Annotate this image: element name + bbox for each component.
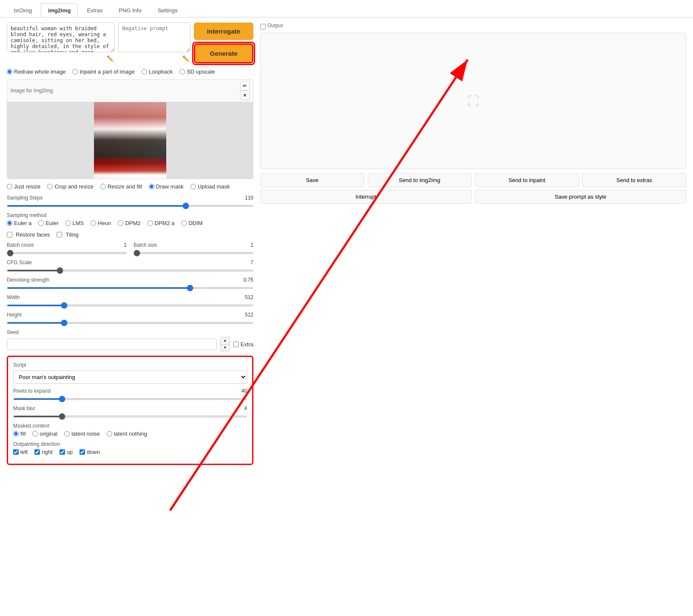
tab-pnginfo[interactable]: PNG Info [111,3,148,17]
mode-sdupscale[interactable]: SD upscale [179,68,215,75]
neg-paste-icon[interactable]: ✏️ [182,54,190,63]
resize-draw-mask[interactable]: Draw mask [149,183,184,190]
mode-radio-group: Redraw whole image Inpaint a part of ima… [7,68,253,75]
batch-count-col: Batch count 1 [7,242,127,255]
output-checkbox[interactable] [260,24,266,29]
tab-txt2img[interactable]: txt2img [7,3,39,17]
send-img2img-button[interactable]: Send to img2img [368,173,472,187]
image-section-label: Image for img2img [11,88,53,94]
width-row: Width 512 [7,294,253,308]
mode-loopback[interactable]: Loopback [142,68,173,75]
mask-blur-slider[interactable] [13,416,247,417]
height-slider[interactable] [7,322,253,324]
cfg-scale-label: CFG Scale [7,260,32,265]
tab-settings[interactable]: Settings [151,3,185,17]
dir-left[interactable]: left [13,449,28,455]
resize-upload-mask[interactable]: Upload mask [190,183,230,190]
method-lms[interactable]: LMS [65,220,84,226]
interrupt-button[interactable]: Interrupt [260,190,471,204]
method-dpm2a[interactable]: DPM2 a [148,220,175,226]
method-ddim[interactable]: DDIM [181,220,202,226]
batch-count-value: 1 [124,242,127,248]
dir-up[interactable]: up [60,449,73,455]
pixels-expand-slider[interactable] [13,398,247,400]
cfg-scale-slider[interactable] [7,270,253,271]
mask-blur-value: 4 [244,405,247,411]
output-label: Output [267,23,283,29]
content-latent-nothing[interactable]: latent nothing [107,431,147,437]
batch-size-col: Batch size 1 [133,242,253,255]
save-button[interactable]: Save [260,173,364,187]
tiling-check[interactable]: Tiling [57,231,79,238]
sampling-steps-value: 110 [245,195,253,201]
dir-down[interactable]: down [80,449,100,455]
outpainting-direction-group: left right up down [13,449,247,455]
generate-button[interactable]: Generate [194,43,253,63]
interrogate-button[interactable]: Interrogate [194,23,253,40]
image-section-header: Image for img2img ✏ ✕ [7,80,253,102]
output-canvas: ⛶ [260,33,686,169]
seed-label: Seed [7,329,253,335]
positive-prompt[interactable]: beautiful woman with braided blond hair,… [7,23,115,52]
send-inpaint-button[interactable]: Send to inpaint [475,173,579,187]
method-dpm2[interactable]: DPM2 [118,220,140,226]
edit-image-btn[interactable]: ✏ [240,81,250,91]
paste-icon[interactable]: ✏️ [106,54,115,63]
batch-count-label: Batch count [7,242,34,248]
script-section: Script Poor man's outpainting Pixels to … [7,356,253,465]
denoising-slider[interactable] [7,287,253,289]
tabs-bar: txt2img img2img Extras PNG Info Settings [0,0,693,17]
seed-extra-check[interactable]: Extra [233,341,253,348]
resize-crop[interactable]: Crop and resize [47,183,94,190]
dir-right[interactable]: right [34,449,52,455]
main-content: beautiful woman with braided blond hair,… [0,17,693,470]
resize-just[interactable]: Just resize [7,183,40,190]
masked-content-section: Masked content fill original latent nois… [13,423,247,437]
uploaded-image [94,102,166,179]
masked-content-group: fill original latent noise latent nothin… [13,431,247,437]
outpainting-direction-section: Outpainting direction left right up do [13,441,247,455]
resize-fill[interactable]: Resize and fill [100,183,142,190]
content-latent-noise[interactable]: latent noise [64,431,100,437]
batch-count-slider[interactable] [7,252,127,254]
save-prompt-button[interactable]: Save prompt as style [475,190,686,204]
sampling-steps-slider[interactable] [7,205,253,207]
content-original[interactable]: original [32,431,57,437]
image-header-icons: ✏ ✕ [240,81,250,100]
batch-size-slider[interactable] [133,252,253,254]
image-section: Image for img2img ✏ ✕ [7,79,253,179]
batch-size-label: Batch size [133,242,157,248]
left-panel: beautiful woman with braided blond hair,… [7,23,253,465]
output-placeholder-icon: ⛶ [467,94,479,108]
pixels-expand-value: 40 [241,388,247,394]
method-euler[interactable]: Euler [38,220,58,226]
sampling-steps-label: Sampling Steps [7,195,43,201]
right-panel: Output ⛶ Save Send to img2img Send to in… [260,23,686,465]
negative-prompt[interactable] [118,23,190,52]
script-dropdown[interactable]: Poor man's outpainting [13,371,247,384]
width-slider[interactable] [7,305,253,306]
height-value: 512 [245,312,253,318]
seed-spinner[interactable]: ▲ ▼ [220,337,230,351]
width-label: Width [7,294,20,300]
tab-img2img[interactable]: img2img [41,3,78,17]
cfg-scale-value: 7 [250,260,253,265]
output-header: Output [260,23,686,30]
pixels-expand-row: Pixels to expand 40 [13,388,247,401]
method-euler-a[interactable]: Euler a [7,220,31,226]
masked-content-label: Masked content [13,423,247,429]
mode-inpaint[interactable]: Inpaint a part of image [72,68,134,75]
mode-redraw[interactable]: Redraw whole image [7,68,65,75]
close-image-btn[interactable]: ✕ [240,91,250,100]
generate-wrapper: Generate [194,43,253,63]
pixels-expand-label: Pixels to expand [13,388,51,394]
method-heun[interactable]: Heun [91,220,111,226]
restore-faces-check[interactable]: Restore faces [7,231,50,238]
image-upload-area[interactable] [7,102,253,179]
height-label: Height [7,312,22,318]
sampling-method-label: Sampling method [7,212,253,218]
content-fill[interactable]: fill [13,431,26,437]
send-extras-button[interactable]: Send to extras [582,173,687,187]
tab-extras[interactable]: Extras [80,3,110,17]
seed-input[interactable]: 212447736 [7,339,217,350]
